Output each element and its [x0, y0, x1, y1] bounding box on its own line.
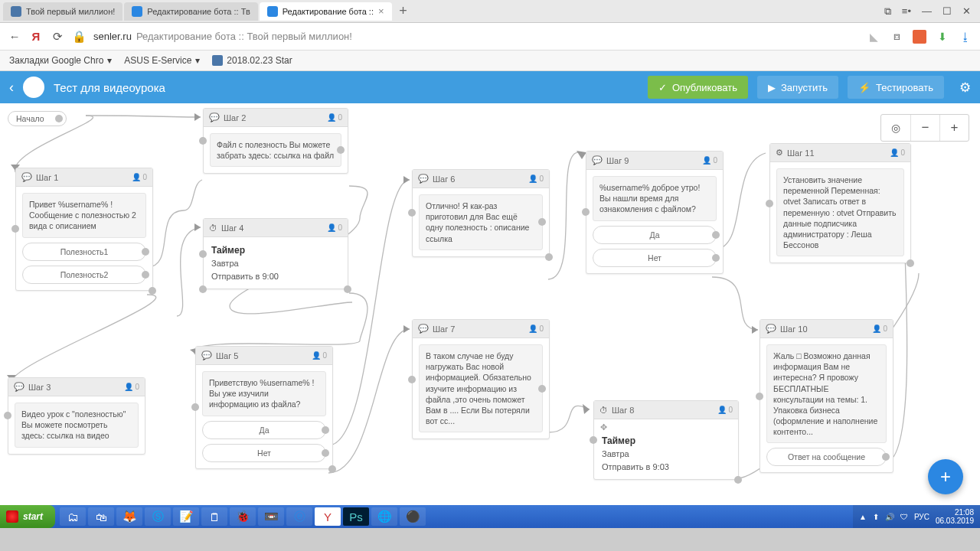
- chat-icon: 💬: [592, 155, 603, 165]
- tray-icon[interactable]: ⬆: [873, 513, 879, 521]
- start-button[interactable]: start: [0, 505, 55, 528]
- block-step-9[interactable]: 💬Шаг 9👤 0 %username% доброе утро! Вы наш…: [586, 151, 724, 274]
- panel-icon[interactable]: ⧉: [884, 5, 891, 18]
- taskbar-app-icon[interactable]: 🐞: [230, 507, 256, 526]
- tray-lang[interactable]: РУС: [914, 513, 929, 521]
- option-yes[interactable]: Да: [202, 421, 326, 439]
- message-text: Жаль □ Возможно данная информация Вам не…: [766, 344, 887, 443]
- publish-button[interactable]: ✓ Опубликовать: [648, 76, 748, 99]
- zoom-center-icon[interactable]: ◎: [881, 115, 910, 141]
- taskbar-app-icon[interactable]: 📝: [173, 507, 199, 526]
- app-header: ‹ Тест для видеоурока ✓ Опубликовать ▶ З…: [0, 71, 980, 103]
- flow-canvas[interactable]: Начало 💬Шаг 1👤 0 Привет %username% ! Соо…: [0, 103, 980, 505]
- svg-marker-3: [194, 223, 201, 231]
- url-display[interactable]: senler.ru Редактирование бота :: Твой пе…: [93, 31, 352, 42]
- tray-icon[interactable]: ▲: [859, 513, 867, 521]
- bookmark-item[interactable]: Закладки Google Chro▾: [9, 55, 112, 66]
- message-text: Отлично! Я как-раз приготовил для Вас ещ…: [419, 194, 543, 250]
- chat-icon: 💬: [201, 350, 212, 360]
- test-button[interactable]: ⚡ Тестировать: [848, 76, 944, 99]
- taskbar-app-icon[interactable]: 🛍: [88, 507, 114, 526]
- browser-tab-active[interactable]: Редактирование бота ::×: [260, 2, 392, 21]
- message-text: Файл с полезность Вы можете забрать здес…: [210, 133, 341, 167]
- taskbar-app-icon[interactable]: Ps: [343, 507, 369, 526]
- tray-clock[interactable]: 21:0806.03.2019: [936, 508, 974, 525]
- bookmark-item[interactable]: ASUS E-Service▾: [124, 55, 200, 66]
- start-node[interactable]: Начало: [8, 111, 67, 126]
- window-maximize-icon[interactable]: ☐: [942, 5, 952, 18]
- clock-icon: ⏱: [599, 406, 608, 415]
- browser-tab[interactable]: Редактирование бота :: Тв: [124, 2, 257, 21]
- download-icon[interactable]: ⭳: [959, 30, 972, 44]
- message-text: В таком случае не буду нагружать Вас нов…: [419, 344, 543, 432]
- chat-icon: 💬: [418, 324, 429, 334]
- add-button[interactable]: +: [928, 459, 963, 494]
- option-no[interactable]: Нет: [593, 249, 717, 267]
- page-title: Тест для видеоурока: [54, 81, 639, 94]
- avatar: [23, 77, 44, 98]
- block-step-2[interactable]: 💬Шаг 2👤 0 Файл с полезность Вы можете за…: [203, 108, 348, 174]
- browser-tab[interactable]: Твой первый миллион!: [3, 2, 122, 21]
- ext-icon[interactable]: ⬇: [936, 30, 949, 44]
- back-button[interactable]: ‹: [9, 80, 14, 96]
- message-text: Установить значение переменной Переменна…: [776, 168, 904, 256]
- taskbar-app-icon[interactable]: 📼: [258, 507, 284, 526]
- tray-icon[interactable]: 🛡: [900, 513, 908, 521]
- reload-icon[interactable]: ⟳: [51, 30, 64, 44]
- taskbar-app-icon[interactable]: ⓔ: [286, 507, 312, 526]
- new-tab-button[interactable]: +: [394, 2, 413, 21]
- gear-icon[interactable]: ⚙: [959, 80, 971, 96]
- message-text: Приветствую %username% ! Вы уже изучили …: [202, 371, 326, 416]
- option-button[interactable]: Ответ на сообщение: [766, 448, 887, 466]
- move-icon[interactable]: ✥: [600, 422, 607, 432]
- block-step-4[interactable]: ⏱Шаг 4👤 0 ТаймерЗавтраОтправить в 9:00: [203, 218, 348, 289]
- taskbar-app-icon[interactable]: 🌐: [371, 507, 397, 526]
- lock-icon: 🔒: [72, 30, 86, 44]
- yandex-icon[interactable]: Я: [29, 30, 43, 43]
- taskbar-app-icon[interactable]: 🦊: [116, 507, 142, 526]
- taskbar-app-icon[interactable]: ⚫: [400, 507, 426, 526]
- window-minimize-icon[interactable]: —: [922, 5, 932, 18]
- message-text: Привет %username% ! Сообщение с полезнос…: [22, 193, 146, 238]
- chat-icon: 💬: [21, 172, 32, 182]
- message-text: Видео урок с "полезностью" Вы можете пос…: [15, 403, 139, 448]
- option-yes[interactable]: Да: [593, 226, 717, 244]
- window-close-icon[interactable]: ✕: [962, 5, 971, 18]
- block-step-7[interactable]: 💬Шаг 7👤 0 В таком случае не буду нагружа…: [412, 319, 550, 439]
- close-icon[interactable]: ×: [378, 5, 384, 17]
- taskbar-app-icon[interactable]: 🗂: [60, 507, 86, 526]
- svg-marker-5: [403, 176, 410, 184]
- block-step-5[interactable]: 💬Шаг 5👤 0 Приветствую %username% ! Вы уж…: [195, 346, 333, 469]
- block-step-8[interactable]: ⏱Шаг 8👤 0 ✥ ТаймерЗавтраОтправить в 9:03: [593, 400, 739, 480]
- extensions-icon[interactable]: ≡•: [902, 5, 911, 18]
- windows-taskbar: start 🗂 🛍 🦊 Ⓢ 📝 🗒 🐞 📼 ⓔ Y Ps 🌐 ⚫ ▲ ⬆ 🔊 🛡…: [0, 505, 980, 528]
- svg-marker-6: [403, 325, 410, 333]
- svg-marker-8: [583, 404, 590, 414]
- option-button[interactable]: Полезность1: [22, 243, 146, 261]
- tray-icon[interactable]: 🔊: [885, 513, 894, 521]
- bookmark-item[interactable]: 2018.02.23 Star: [212, 55, 292, 66]
- chat-icon: 💬: [209, 112, 220, 122]
- block-step-3[interactable]: 💬Шаг 3👤 0 Видео урок с "полезностью" Вы …: [8, 377, 145, 455]
- block-step-1[interactable]: 💬Шаг 1👤 0 Привет %username% ! Сообщение …: [15, 168, 153, 291]
- svg-marker-9: [752, 326, 758, 334]
- taskbar-app-icon[interactable]: Y: [315, 507, 341, 526]
- chat-icon: 💬: [418, 174, 429, 184]
- taskbar-app-icon[interactable]: Ⓢ: [145, 507, 171, 526]
- zoom-out-button[interactable]: −: [910, 115, 939, 141]
- option-no[interactable]: Нет: [202, 444, 326, 462]
- message-text: %username% доброе утро! Вы нашли время д…: [593, 176, 717, 221]
- option-button[interactable]: Полезность2: [22, 266, 146, 284]
- zoom-in-button[interactable]: +: [939, 115, 969, 141]
- browser-tab-bar: Твой первый миллион! Редактирование бота…: [0, 0, 980, 23]
- run-button[interactable]: ▶ Запустить: [757, 76, 838, 99]
- block-step-10[interactable]: 💬Шаг 10👤 0 Жаль □ Возможно данная информ…: [760, 319, 893, 473]
- block-step-11[interactable]: ⚙Шаг 11👤 0 Установить значение переменно…: [769, 143, 911, 263]
- cube-icon[interactable]: ⧈: [890, 30, 903, 44]
- settings-icon: ⚙: [776, 148, 783, 158]
- taskbar-app-icon[interactable]: 🗒: [201, 507, 227, 526]
- bookmark-icon[interactable]: ◣: [867, 30, 880, 44]
- ext-icon[interactable]: [913, 30, 926, 44]
- back-icon[interactable]: ←: [8, 30, 21, 43]
- block-step-6[interactable]: 💬Шаг 6👤 0 Отлично! Я как-раз приготовил …: [412, 169, 550, 257]
